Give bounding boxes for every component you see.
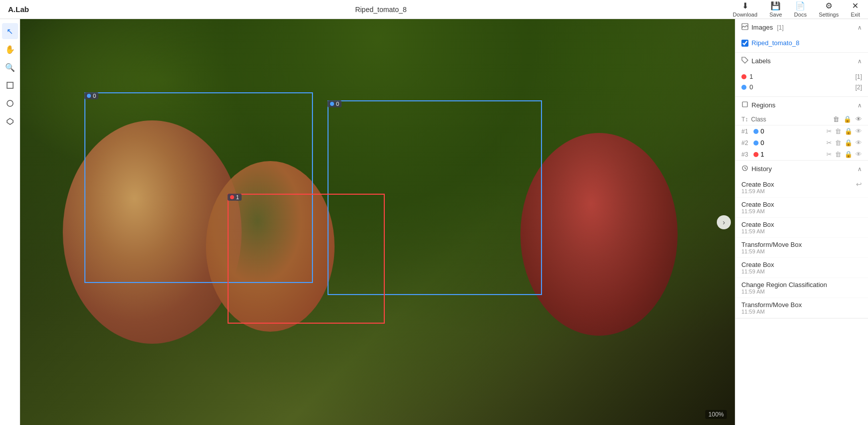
history-item-7: Transform/Move Box 11:59 AM xyxy=(735,298,868,318)
labels-section-header[interactable]: Labels ∧ xyxy=(735,53,868,69)
exit-label: Exit xyxy=(851,12,860,18)
download-icon: ⬇ xyxy=(742,1,748,11)
label-dot-red xyxy=(741,74,746,79)
history-time-6: 11:59 AM xyxy=(741,289,862,295)
regions-delete-all-icon[interactable]: 🗑 xyxy=(833,115,839,123)
region-actions-3: ✂ 🗑 🔒 👁 xyxy=(826,151,862,158)
history-action-7: Transform/Move Box xyxy=(741,301,802,309)
image-checkbox-1[interactable] xyxy=(741,40,748,47)
region-class-1: 0 xyxy=(753,127,826,135)
history-section-header[interactable]: History ∧ xyxy=(735,161,868,177)
region-class-label-1: 0 xyxy=(761,127,764,135)
download-button[interactable]: ⬇ Download xyxy=(733,1,757,18)
region-dot-1 xyxy=(753,129,758,134)
save-icon: 💾 xyxy=(771,1,781,11)
images-icon xyxy=(741,23,748,32)
history-action-3: Create Box xyxy=(741,221,774,228)
region-actions-1: ✂ 🗑 🔒 👁 xyxy=(826,127,862,135)
labels-title: Labels xyxy=(751,57,771,65)
tool-cursor[interactable]: ↖ xyxy=(2,23,18,39)
regions-section-header[interactable]: Regions ∧ xyxy=(735,97,868,113)
history-item-5: Create Box 11:59 AM xyxy=(735,258,868,278)
images-collapse-icon: ∧ xyxy=(857,24,862,31)
save-button[interactable]: 💾 Save xyxy=(770,1,782,18)
history-section-title: History xyxy=(741,165,772,173)
region-class-3: 1 xyxy=(753,151,826,158)
tool-polygon[interactable] xyxy=(2,113,18,129)
history-icon xyxy=(741,165,748,173)
exit-button[interactable]: ✕ Exit xyxy=(851,1,860,18)
region-class-label-3: 1 xyxy=(761,151,764,158)
images-section: Images [1] ∧ Riped_tomato_8 xyxy=(735,19,868,53)
svg-marker-2 xyxy=(7,118,13,124)
region-id-3: #3 xyxy=(741,151,753,158)
history-item-2: Create Box 11:59 AM xyxy=(735,198,868,218)
tool-bbox[interactable] xyxy=(2,77,18,93)
region-eye-1[interactable]: 👁 xyxy=(855,127,862,135)
svg-rect-4 xyxy=(742,102,747,107)
region-lock-1[interactable]: 🔒 xyxy=(844,127,852,135)
region-lock-3[interactable]: 🔒 xyxy=(844,151,852,158)
images-section-title: Images [1] xyxy=(741,23,784,32)
label-count-1: [1] xyxy=(855,73,862,80)
main-layout: ↖ ✋ 🔍 xyxy=(0,19,868,425)
regions-lock-all-icon[interactable]: 🔒 xyxy=(843,115,851,123)
region-class-2: 0 xyxy=(753,139,826,147)
labels-collapse-icon: ∧ xyxy=(857,58,862,65)
region-actions-2: ✂ 🗑 🔒 👁 xyxy=(826,139,862,147)
history-title: History xyxy=(751,165,772,173)
region-edit-3[interactable]: ✂ xyxy=(826,151,832,158)
history-time-2: 11:59 AM xyxy=(741,208,862,214)
region-delete-3[interactable]: 🗑 xyxy=(835,151,841,158)
region-delete-2[interactable]: 🗑 xyxy=(835,139,841,147)
document-title: Riped_tomato_8 xyxy=(355,6,407,14)
tool-zoom[interactable]: 🔍 xyxy=(2,59,18,75)
regions-col-class-header: Class xyxy=(751,116,830,123)
docs-label: Docs xyxy=(794,12,807,18)
region-eye-3[interactable]: 👁 xyxy=(855,151,862,158)
regions-title: Regions xyxy=(751,101,776,109)
save-label: Save xyxy=(770,12,782,18)
settings-label: Settings xyxy=(819,12,839,18)
history-action-6: Change Region Classification xyxy=(741,281,827,289)
region-sort-icon: T↕ xyxy=(741,116,748,123)
history-action-2: Create Box xyxy=(741,201,774,208)
tool-pan[interactable]: ✋ xyxy=(2,41,18,57)
region-eye-2[interactable]: 👁 xyxy=(855,139,862,147)
region-lock-2[interactable]: 🔒 xyxy=(844,139,852,147)
canvas-next-button[interactable]: › xyxy=(717,215,731,229)
image-name-1[interactable]: Riped_tomato_8 xyxy=(751,39,799,47)
region-class-label-2: 0 xyxy=(761,139,764,147)
labels-section-body: 1 [1] 0 [2] xyxy=(735,69,868,96)
docs-button[interactable]: 📄 Docs xyxy=(794,1,807,18)
history-item-4: Transform/Move Box 11:59 AM xyxy=(735,238,868,258)
history-time-3: 11:59 AM xyxy=(741,228,862,234)
labels-section: Labels ∧ 1 [1] 0 [2] xyxy=(735,53,868,97)
region-edit-2[interactable]: ✂ xyxy=(826,139,832,147)
history-time-4: 11:59 AM xyxy=(741,248,862,254)
region-delete-1[interactable]: 🗑 xyxy=(835,127,841,135)
history-collapse-icon: ∧ xyxy=(857,166,862,173)
region-edit-1[interactable]: ✂ xyxy=(826,127,832,135)
settings-button[interactable]: ⚙ Settings xyxy=(819,1,839,18)
history-item-3: Create Box 11:59 AM xyxy=(735,218,868,238)
app-logo: A.Lab xyxy=(8,5,29,14)
history-section: History ∧ Create Box ↩ 11:59 AM Create B… xyxy=(735,161,868,319)
canvas-area[interactable]: 0 0 1 › 100% xyxy=(20,19,735,425)
regions-column-headers: T↕ Class 🗑 🔒 👁 xyxy=(735,113,868,125)
region-row-1: #1 0 ✂ 🗑 🔒 👁 xyxy=(735,125,868,137)
images-title: Images xyxy=(751,24,773,31)
history-item-6: Change Region Classification 11:59 AM xyxy=(735,278,868,298)
right-panel: Images [1] ∧ Riped_tomato_8 xyxy=(735,19,868,425)
regions-eye-all-icon[interactable]: 👁 xyxy=(855,115,862,123)
settings-icon: ⚙ xyxy=(825,1,832,11)
history-undo-1[interactable]: ↩ xyxy=(856,180,862,188)
regions-section-title: Regions xyxy=(741,101,776,109)
svg-rect-0 xyxy=(7,82,13,88)
images-section-header[interactable]: Images [1] ∧ xyxy=(735,19,868,36)
tool-circle[interactable] xyxy=(2,95,18,111)
labels-icon xyxy=(741,57,748,65)
images-section-body: Riped_tomato_8 xyxy=(735,36,868,52)
exit-icon: ✕ xyxy=(852,1,858,11)
label-count-2: [2] xyxy=(855,84,862,91)
